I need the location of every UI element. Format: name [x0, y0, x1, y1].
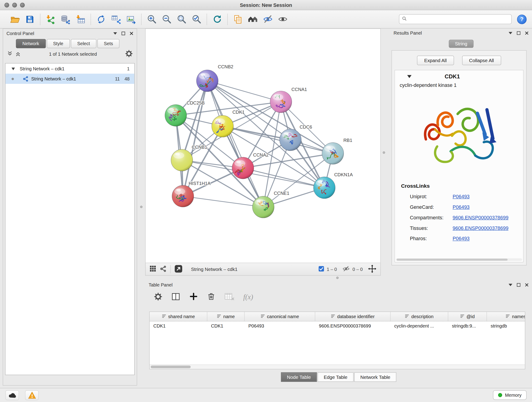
- left-splitter-handle[interactable]: [140, 206, 143, 208]
- edge-CCNB2-HIST1H1A[interactable]: [183, 81, 207, 196]
- panel-close-icon[interactable]: [130, 32, 133, 35]
- cloud-icon[interactable]: [6, 390, 19, 400]
- tab-sets[interactable]: Sets: [97, 39, 119, 48]
- column-header-canonical-name[interactable]: canonical name: [245, 312, 315, 321]
- panel-menu-icon[interactable]: [114, 32, 117, 34]
- table-gear-icon[interactable]: [154, 293, 162, 302]
- function-builder-icon[interactable]: f(x): [243, 293, 253, 301]
- network-view-icon[interactable]: [160, 265, 167, 273]
- table-cell[interactable]: stringdb: [487, 323, 525, 328]
- edge-CCNB2-CCNE1[interactable]: [207, 81, 263, 207]
- import-network-database-icon[interactable]: [58, 12, 73, 27]
- move-crosshair-icon[interactable]: [368, 264, 376, 274]
- delete-column-icon[interactable]: [207, 292, 215, 302]
- crosslink-link[interactable]: P06493: [453, 236, 470, 241]
- birds-eye-view-icon[interactable]: [150, 265, 156, 273]
- collapse-all-icon[interactable]: [7, 51, 13, 57]
- apply-layout-icon[interactable]: [210, 12, 225, 27]
- crosslink-link[interactable]: 9606.ENSP00000378699: [453, 215, 509, 220]
- tab-node-table[interactable]: Node Table: [281, 372, 317, 382]
- node-CCNB1[interactable]: [171, 149, 193, 171]
- panel-menu-icon[interactable]: [509, 32, 512, 34]
- collapse-section-icon[interactable]: [407, 75, 412, 78]
- zoom-out-icon[interactable]: [159, 12, 174, 27]
- table-cell[interactable]: 9606.ENSP00000378699: [315, 323, 391, 328]
- table-row[interactable]: CDK1CDK1P064939606.ENSP00000378699cyclin…: [150, 321, 525, 331]
- tab-style[interactable]: Style: [47, 39, 70, 48]
- search-box[interactable]: [399, 14, 512, 24]
- node-CCNB2[interactable]: [196, 70, 218, 92]
- panel-menu-icon[interactable]: [509, 283, 512, 286]
- network-row-selected[interactable]: String Network – cdk1 11 48: [6, 74, 134, 84]
- column-header-shared-name[interactable]: shared name: [150, 312, 207, 321]
- node-HIST1H1A[interactable]: [172, 185, 194, 207]
- save-session-icon[interactable]: [22, 12, 37, 27]
- column-header-database-identifier[interactable]: database identifier: [315, 312, 391, 321]
- hidden-eye-slash-icon[interactable]: [342, 265, 350, 274]
- node-CDC25B[interactable]: [165, 104, 187, 126]
- column-header-name[interactable]: name: [207, 312, 245, 321]
- crosslink-link[interactable]: P06493: [453, 194, 470, 199]
- network-canvas[interactable]: CCNB2CCNA1CDC25BCDK1CDC6RB1CCNB1CCNA2CDK…: [145, 28, 381, 263]
- open-session-icon[interactable]: [7, 12, 22, 27]
- node-CDK1[interactable]: [212, 115, 234, 137]
- tab-select[interactable]: Select: [71, 39, 96, 48]
- bottom-splitter-handle[interactable]: [336, 277, 339, 279]
- help-icon[interactable]: ?: [517, 14, 526, 24]
- clone-network-icon[interactable]: [94, 12, 109, 27]
- tab-string[interactable]: String: [449, 40, 473, 48]
- table-cell[interactable]: CDK1: [150, 323, 207, 328]
- network-collection-row[interactable]: String Network – cdk1 1: [6, 64, 134, 74]
- column-header-@id[interactable]: @id: [448, 312, 487, 321]
- node-CCNA1[interactable]: [270, 91, 292, 113]
- results-scrollbar[interactable]: [396, 258, 522, 261]
- panel-close-icon[interactable]: [525, 283, 529, 287]
- show-hide-panels-icon[interactable]: [245, 12, 260, 27]
- show-columns-icon[interactable]: [171, 292, 180, 302]
- selected-checkbox-icon[interactable]: [318, 266, 324, 272]
- create-network-from-table-icon[interactable]: [109, 12, 123, 27]
- panel-close-icon[interactable]: [525, 31, 529, 35]
- collapse-all-button[interactable]: Collapse All: [462, 56, 501, 65]
- tab-network[interactable]: Network: [16, 39, 46, 48]
- panel-float-icon[interactable]: [517, 283, 520, 287]
- table-cell[interactable]: stringdb:9...: [448, 323, 487, 328]
- node-CDKN1A[interactable]: [313, 177, 335, 199]
- tab-edge-table[interactable]: Edge Table: [317, 372, 354, 382]
- expand-all-button[interactable]: Expand All: [417, 56, 454, 65]
- column-header-namespace[interactable]: namespace: [487, 312, 525, 321]
- crosslink-link[interactable]: 9606.ENSP00000378699: [453, 225, 509, 231]
- edge-HIST1H1A-CCNE1[interactable]: [183, 196, 263, 207]
- panel-float-icon[interactable]: [121, 32, 125, 35]
- annotations-icon[interactable]: [230, 12, 245, 27]
- right-splitter-handle[interactable]: [383, 151, 385, 153]
- zoom-in-icon[interactable]: [144, 12, 159, 27]
- expand-all-icon[interactable]: [15, 51, 21, 57]
- warning-icon[interactable]: [25, 390, 39, 400]
- table-cell[interactable]: P06493: [245, 323, 315, 328]
- tree-expand-icon[interactable]: [12, 66, 15, 71]
- node-RB1[interactable]: [322, 143, 344, 164]
- hide-selected-icon[interactable]: [260, 12, 275, 27]
- import-network-file-icon[interactable]: [43, 12, 58, 27]
- zoom-fit-icon[interactable]: [174, 12, 189, 27]
- crosslink-link[interactable]: P06493: [453, 204, 470, 210]
- show-all-icon[interactable]: [275, 12, 290, 27]
- export-view-icon[interactable]: [174, 264, 183, 274]
- panel-float-icon[interactable]: [517, 31, 520, 35]
- export-image-icon[interactable]: [123, 12, 138, 27]
- gear-icon[interactable]: [125, 50, 133, 58]
- zoom-selected-icon[interactable]: [189, 12, 204, 27]
- import-table-file-icon[interactable]: [73, 12, 88, 27]
- table-horizontal-scrollbar[interactable]: [150, 364, 525, 369]
- node-CCNA2[interactable]: [232, 157, 254, 179]
- memory-button[interactable]: Memory: [493, 390, 526, 400]
- tab-network-table[interactable]: Network Table: [354, 372, 396, 382]
- search-input[interactable]: [409, 17, 508, 22]
- node-CDC6[interactable]: [279, 129, 301, 151]
- node-CCNE1[interactable]: [253, 196, 274, 218]
- add-column-icon[interactable]: [189, 292, 198, 302]
- column-header-description[interactable]: description: [391, 312, 448, 321]
- table-cell[interactable]: CDK1: [207, 323, 245, 328]
- table-cell[interactable]: cyclin-dependent ...: [391, 323, 448, 328]
